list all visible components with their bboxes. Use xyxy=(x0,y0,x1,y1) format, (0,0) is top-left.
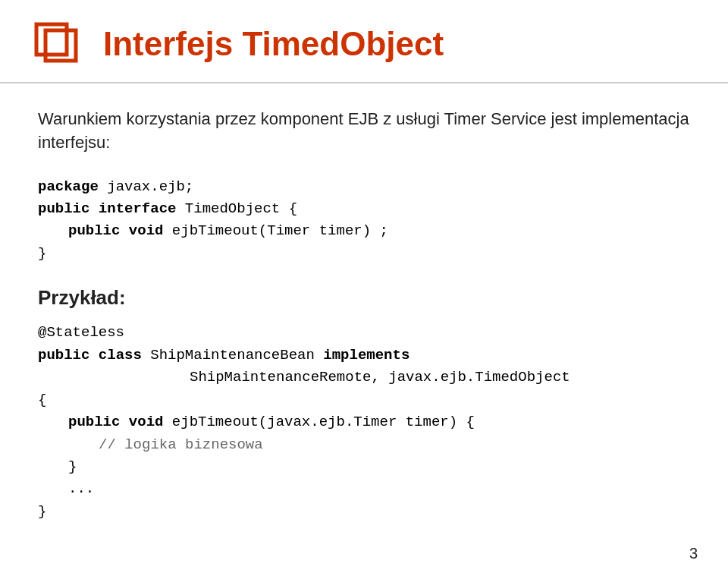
code-line-8: { xyxy=(38,389,690,411)
code-line-4: } xyxy=(38,243,690,265)
code-line-10: // logika biznesowa xyxy=(99,434,690,456)
code-block-2: @Stateless public class ShipMaintenanceB… xyxy=(38,322,690,523)
example-label: Przykład: xyxy=(38,286,690,310)
code-block-1: package javax.ejb; public interface Time… xyxy=(38,176,690,266)
code-line-5: @Stateless xyxy=(38,322,690,344)
code-line-13: } xyxy=(38,501,690,523)
slide-container: Interfejs TimedObject Warunkiem korzysta… xyxy=(0,0,728,576)
code-line-7: ShipMaintenanceRemote, javax.ejb.TimedOb… xyxy=(190,367,690,389)
code-line-2: public interface TimedObject { xyxy=(38,198,690,220)
logo-icon xyxy=(30,21,85,67)
code-line-9: public void ejbTimeout(javax.ejb.Timer t… xyxy=(68,411,690,433)
code-line-6: public class ShipMaintenanceBean impleme… xyxy=(38,345,690,367)
code-line-11: } xyxy=(68,456,690,478)
slide-content: Warunkiem korzystania przez komponent EJ… xyxy=(0,83,728,559)
code-line-12: ... xyxy=(68,478,690,500)
code-line-3: public void ejbTimeout(Timer timer) ; xyxy=(68,220,690,242)
slide-header: Interfejs TimedObject xyxy=(0,0,728,83)
page-title: Interfejs TimedObject xyxy=(103,26,444,62)
code-line-1: package javax.ejb; xyxy=(38,176,690,198)
page-number: 3 xyxy=(689,545,698,562)
subtitle-text: Warunkiem korzystania przez komponent EJ… xyxy=(38,108,690,155)
